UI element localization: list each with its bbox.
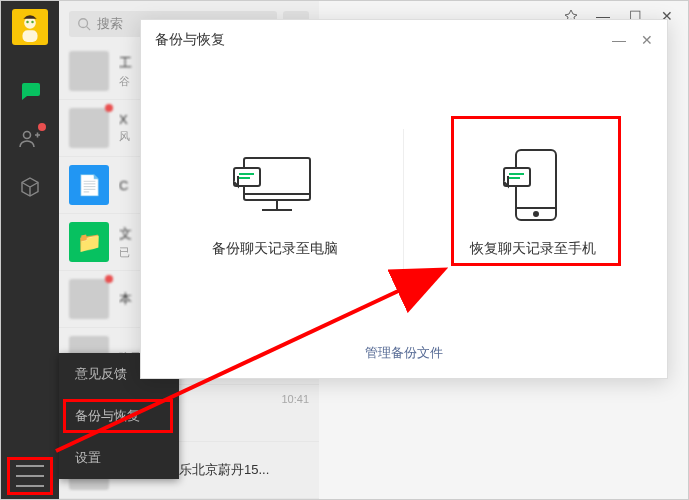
backup-to-pc-label: 备份聊天记录至电脑 — [212, 240, 338, 258]
svg-point-2 — [26, 21, 29, 24]
restore-to-phone-card[interactable]: 恢复聊天记录至手机 — [433, 114, 633, 294]
apps-icon[interactable] — [16, 173, 44, 201]
avatar[interactable] — [12, 9, 48, 45]
svg-point-0 — [24, 17, 36, 29]
svg-point-16 — [534, 212, 538, 216]
dialog-title: 备份与恢复 — [155, 31, 225, 49]
backup-restore-dialog: 备份与恢复 — ✕ 备份 — [140, 19, 668, 379]
svg-rect-1 — [23, 30, 38, 42]
menu-settings[interactable]: 设置 — [59, 437, 179, 479]
svg-line-6 — [87, 27, 91, 31]
search-placeholder: 搜索 — [97, 15, 123, 33]
backup-to-pc-card[interactable]: 备份聊天记录至电脑 — [175, 114, 375, 294]
dialog-header: 备份与恢复 — ✕ — [141, 20, 667, 60]
divider — [403, 129, 404, 279]
dialog-body: 备份聊天记录至电脑 恢复聊天记录至手机 — [141, 60, 667, 328]
app-window: 搜索 ＋ 工 谷 X 风 📄 C 📁 文 — [0, 0, 689, 500]
restore-to-phone-label: 恢复聊天记录至手机 — [470, 240, 596, 258]
contacts-icon[interactable] — [16, 125, 44, 153]
manage-backup-link[interactable]: 管理备份文件 — [365, 344, 443, 362]
svg-point-4 — [24, 132, 31, 139]
sidebar — [1, 1, 59, 499]
svg-point-5 — [79, 19, 88, 28]
menu-backup-restore[interactable]: 备份与恢复 — [59, 395, 179, 437]
monitor-icon — [230, 150, 320, 220]
dialog-footer: 管理备份文件 — [141, 328, 667, 378]
conv-time: 10:41 — [281, 393, 309, 405]
dialog-close-icon[interactable]: ✕ — [641, 34, 653, 46]
phone-icon — [488, 150, 578, 220]
chat-icon[interactable] — [16, 77, 44, 105]
svg-point-3 — [31, 21, 34, 24]
menu-button[interactable] — [16, 465, 44, 487]
dialog-minimize-icon[interactable]: — — [613, 34, 625, 46]
notification-dot — [38, 123, 46, 131]
